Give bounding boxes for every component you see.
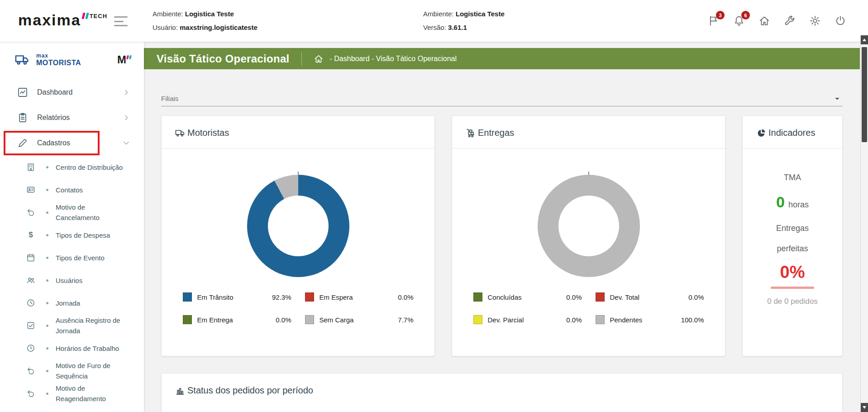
sidebar-item-relatorios[interactable]: Relatórios: [0, 105, 144, 130]
dashboard-chart-icon: [17, 87, 28, 98]
motoristas-card: Motoristas Em Trânsito92.3%Em Espera0.0%…: [161, 115, 435, 356]
sidebar-subitem-ausencia-registro-de-jornada[interactable]: Ausência Registro de Jornada: [0, 314, 144, 337]
ambiente-label-2: Ambiente:: [423, 10, 454, 18]
sidebar-subitem-contatos[interactable]: Contatos: [0, 178, 144, 201]
sidebar-subitem-label: Ausência Registro de Jornada: [56, 315, 128, 336]
bullet-dot: [46, 189, 48, 191]
building-icon: [26, 163, 35, 172]
maxima-m-logo: M: [117, 54, 131, 65]
entregas-card: Entregas Concluídas0.0%Dev. Total0.0%Dev…: [452, 115, 725, 356]
brand-max: max: [36, 53, 81, 59]
versao-row: Versão: 3.61.1: [423, 23, 505, 33]
chevron-right-icon: [122, 114, 130, 122]
sidebar-subitem-motivo-de-reagendamento[interactable]: Motivo de Reagendamento: [0, 382, 144, 405]
sidebar-item-label: Relatórios: [37, 114, 70, 122]
motoristas-donut-wrap: [247, 175, 349, 277]
sidebar-subitem-label: Centro de Distribuição: [56, 162, 128, 172]
logo-accent-ticks: [82, 13, 88, 19]
sidebar-item-cadastros[interactable]: Cadastros: [0, 130, 144, 156]
vertical-scrollbar[interactable]: [860, 35, 868, 412]
tma-hours-value: 0: [776, 193, 785, 211]
legend-value: 0.0%: [276, 316, 291, 324]
sidebar-subitem-tipos-de-despesa[interactable]: $Tipos de Despesa: [0, 224, 144, 246]
gear-icon: [809, 15, 821, 27]
filiais-select[interactable]: Filiais: [161, 91, 843, 106]
perfect-deliveries-percent: 0%: [780, 263, 805, 282]
status-card-header: Status dos pedidos por período: [162, 374, 842, 406]
legend-swatch: [596, 292, 605, 302]
top-header: maxima TECH Ambiente: Logistica Teste Us…: [0, 0, 868, 42]
logo-suffix: TECH: [90, 13, 107, 19]
notifications-badge: 6: [741, 11, 750, 19]
legend-item-pendentes: Pendentes100.0%: [596, 315, 704, 324]
logout-button[interactable]: [835, 15, 846, 27]
scroll-up-button[interactable]: [861, 35, 868, 44]
sidebar-subitem-visao-painel[interactable]: Visão Painel: [0, 405, 144, 412]
legend-item-em-entrega: Em Entrega0.0%: [183, 315, 291, 324]
logo-text: maxima: [18, 11, 81, 29]
bullet-dot: [46, 325, 48, 327]
sidebar-subitem-jornada[interactable]: Jornada: [0, 292, 144, 314]
page-header-bar: Visão Tático Operacional - Dashboard - V…: [144, 48, 860, 69]
contact-icon: [26, 185, 35, 194]
clock-icon: [26, 344, 35, 353]
environment-user-info: Ambiente: Logistica Teste Usuário: maxst…: [153, 9, 258, 33]
wrench-icon: [784, 15, 796, 27]
versao-value: 3.61.1: [448, 24, 467, 31]
usuario-row: Usuário: maxstring.logisticateste: [153, 23, 258, 33]
legend-item-sem-carga: Sem Carga7.7%: [305, 315, 414, 324]
indicadores-body: TMA 0 horas Entregas perfeitas 0% 0 de 0…: [743, 149, 842, 356]
legend-label: Em Espera: [320, 293, 353, 301]
sidebar-item-dashboard[interactable]: Dashboard: [0, 80, 144, 105]
entregas-legend: Concluídas0.0%Dev. Total0.0%Dev. Parcial…: [452, 292, 725, 324]
entregas-perfeitas-label-line2: perfeitas: [777, 244, 808, 254]
legend-item-concluidas: Concluídas0.0%: [473, 292, 582, 302]
home-button[interactable]: [758, 15, 770, 27]
legend-swatch: [596, 315, 605, 324]
truck-icon: [175, 128, 185, 138]
home-icon: [758, 15, 770, 27]
legend-label: Dev. Parcial: [488, 316, 524, 324]
legend-swatch: [183, 315, 192, 324]
legend-value: 0.0%: [398, 293, 413, 301]
page-title: Visão Tático Operacional: [157, 53, 290, 65]
versao-label: Versão:: [423, 24, 446, 31]
breadcrumb: - Dashboard - Visão Tático Operacional: [330, 55, 457, 63]
divider: [301, 52, 302, 66]
main-content: Visão Tático Operacional - Dashboard - V…: [144, 42, 860, 412]
pie-chart-icon: [756, 128, 766, 138]
sidebar-subitem-horarios-de-trabalho[interactable]: Horários de Trabalho: [0, 337, 144, 359]
entregas-perfeitas-label-line1: Entregas: [776, 224, 809, 233]
sidebar-toggle-button[interactable]: [114, 16, 128, 26]
legend-swatch: [473, 292, 482, 302]
sidebar-subitem-motivo-de-furo-de-sequencia[interactable]: Motivo de Furo de Sequência: [0, 359, 144, 382]
bullet-dot: [46, 347, 48, 350]
tma-hours: 0 horas: [776, 193, 809, 211]
notifications-button[interactable]: 6: [733, 15, 745, 27]
motoristas-card-header: Motoristas: [162, 116, 434, 149]
scrollbar-thumb[interactable]: [862, 47, 867, 142]
sidebar-subitem-motivo-de-cancelamento[interactable]: Motivo de Cancelamento: [0, 201, 144, 224]
maxmotorista-brand: max MOTORISTA M: [0, 42, 144, 78]
settings-button[interactable]: [809, 15, 821, 27]
ambiente-value: Logistica Teste: [185, 10, 234, 18]
chevron-right-icon: [122, 88, 130, 96]
card-title-entregas: Entregas: [478, 128, 514, 138]
undo-icon: [26, 208, 35, 217]
legend-label: Concluídas: [488, 293, 522, 301]
breadcrumb-home-icon[interactable]: [314, 54, 324, 64]
sidebar-subitem-label: Horários de Trabalho: [56, 343, 128, 354]
legend-value: 100.0%: [681, 316, 704, 324]
sidebar-subitem-tipos-de-evento[interactable]: Tipos de Evento: [0, 246, 144, 269]
undo-icon: [26, 366, 35, 375]
tools-button[interactable]: [784, 15, 796, 27]
sidebar-subitem-centro-de-distribuicao[interactable]: Centro de Distribuição: [0, 156, 144, 178]
announcements-button[interactable]: 3: [708, 15, 720, 27]
legend-swatch: [305, 292, 314, 302]
bullet-dot: [46, 211, 48, 214]
checkbox-icon: [26, 321, 35, 330]
maximatech-logo[interactable]: maxima TECH: [18, 11, 107, 29]
scroll-down-button[interactable]: [861, 403, 868, 412]
legend-value: 0.0%: [566, 316, 582, 324]
sidebar-subitem-usuarios[interactable]: Usuários: [0, 269, 144, 292]
